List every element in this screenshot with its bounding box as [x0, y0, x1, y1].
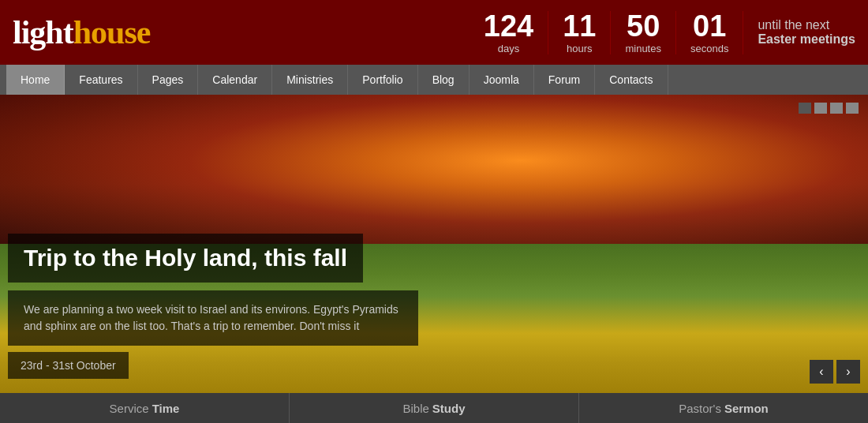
countdown-days-label: days — [498, 43, 519, 54]
nav-item-portfolio[interactable]: Portfolio — [348, 65, 417, 95]
countdown: 124 days 11 hours 50 minutes 01 seconds … — [470, 11, 855, 54]
logo-house: house — [73, 13, 151, 51]
countdown-text-line1: until the next — [758, 18, 829, 32]
countdown-hours-value: 11 — [563, 11, 596, 41]
countdown-seconds: 01 seconds — [676, 11, 743, 54]
countdown-minutes-label: minutes — [625, 43, 661, 54]
countdown-text-line2: Easter meetings — [758, 32, 855, 47]
slide-description-box: We are planning a two week visit to Isra… — [8, 290, 418, 346]
countdown-text: until the next Easter meetings — [743, 18, 855, 47]
nav-item-contacts[interactable]: Contacts — [595, 65, 668, 95]
countdown-seconds-label: seconds — [690, 43, 728, 54]
slide-title: Trip to the Holy land, this fall — [24, 245, 347, 271]
countdown-minutes: 50 minutes — [611, 11, 676, 54]
nav-item-ministries[interactable]: Ministries — [272, 65, 348, 95]
countdown-minutes-value: 50 — [627, 11, 660, 41]
slider: Trip to the Holy land, this fall We are … — [0, 95, 868, 393]
nav-item-calendar[interactable]: Calendar — [198, 65, 272, 95]
logo-light: light — [13, 13, 73, 51]
footer-section-1[interactable]: BibleStudy — [290, 393, 579, 423]
slider-dot-1[interactable] — [799, 103, 811, 114]
slide-title-box: Trip to the Holy land, this fall — [8, 234, 363, 283]
nav-item-forum[interactable]: Forum — [534, 65, 595, 95]
slider-next-button[interactable]: › — [836, 360, 860, 384]
footer-bar: ServiceTimeBibleStudyPastor'sSermon — [0, 393, 868, 423]
countdown-seconds-value: 01 — [693, 11, 726, 41]
slider-dot-4[interactable] — [846, 103, 859, 114]
header: light house 124 days 11 hours 50 minutes… — [0, 0, 868, 65]
slider-dot-2[interactable] — [814, 103, 827, 114]
nav-item-home[interactable]: Home — [6, 65, 65, 95]
countdown-days: 124 days — [470, 11, 548, 54]
nav-item-joomla[interactable]: Joomla — [470, 65, 534, 95]
slide-date: 23rd - 31st October — [21, 359, 116, 372]
slider-dots — [799, 103, 859, 114]
footer-section-0[interactable]: ServiceTime — [0, 393, 290, 423]
nav-item-pages[interactable]: Pages — [138, 65, 199, 95]
footer-section-2[interactable]: Pastor'sSermon — [579, 393, 868, 423]
countdown-hours-label: hours — [567, 43, 593, 54]
slide-description: We are planning a two week visit to Isra… — [24, 303, 398, 332]
slide-date-box: 23rd - 31st October — [8, 352, 129, 379]
countdown-hours: 11 hours — [548, 11, 611, 54]
slider-dot-3[interactable] — [830, 103, 843, 114]
navbar: HomeFeaturesPagesCalendarMinistriesPortf… — [0, 65, 868, 95]
nav-item-blog[interactable]: Blog — [418, 65, 470, 95]
countdown-days-value: 124 — [484, 11, 533, 41]
logo[interactable]: light house — [13, 13, 150, 51]
chevron-right-icon: › — [846, 365, 850, 379]
chevron-left-icon: ‹ — [819, 365, 823, 379]
nav-item-features[interactable]: Features — [65, 65, 137, 95]
slider-prev-button[interactable]: ‹ — [810, 360, 833, 384]
